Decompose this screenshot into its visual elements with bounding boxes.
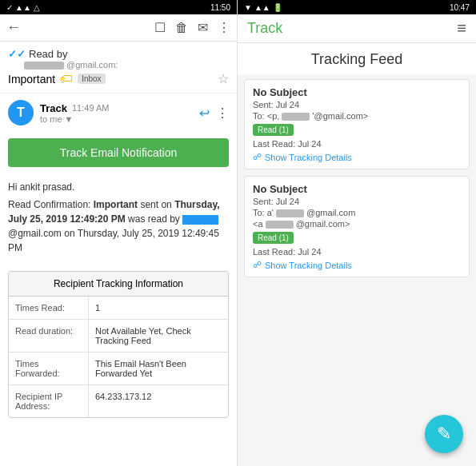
email-header: ✓✓ Read by @gmail.com: Important 🏷 Inbox… [0,42,237,94]
sender-name-row: Track 11:49 AM [40,102,193,114]
times-forwarded-value: This Email Hasn't Been Forwarded Yet [89,352,228,384]
times-read-label: Times Read: [9,297,89,319]
top-bar-right: Track ≡ [238,14,476,43]
left-status-icons: ✓ ▲▲ △ [6,3,40,12]
delete-icon[interactable]: 🗑 [175,21,188,35]
signal-bar-icon: △ [34,3,40,12]
card1-show-details[interactable]: ☍ Show Tracking Details [253,152,461,162]
subject-line: Important 🏷 Inbox ☆ [8,71,229,86]
tracking-row-duration: Read duration: Not Available Yet, Check … [9,320,228,352]
read-duration-label: Read duration: [9,320,89,352]
times-read-value: 1 [89,297,228,319]
read-duration-value: Not Available Yet, Check Tracking Feed [89,320,228,352]
left-time: 11:50 [210,3,230,12]
right-signal-icon: ▲▲ [254,3,270,12]
card1-to: To: <p, '@gmail.com> [253,111,461,121]
feed-card-1: No Subject Sent: Jul 24 To: <p, '@gmail.… [244,79,470,169]
ip-address-value: 64.233.173.12 [89,385,228,417]
subject-text: Important [8,73,55,86]
signal-icon: ▲▲ [15,3,31,12]
sender-info: Track 11:49 AM to me ▼ [40,102,193,124]
greeting-text: Hi ankit prasad. [8,180,229,194]
checkmarks-icon: ✓✓ [8,48,26,60]
tracking-row-forwarded: Times Forwarded: This Email Hasn't Been … [9,352,228,385]
status-bar-right: ▼ ▲▲ 🔋 10:47 [238,0,476,14]
sender-more-icon[interactable]: ⋮ [216,106,229,121]
inbox-badge: Inbox [78,74,105,84]
card1-read-badge: Read (1) [253,124,294,136]
tracking-table-header: Recipient Tracking Information [9,272,228,297]
card2-to-line2: <a @gmail.com> [253,219,461,229]
wifi-icon: ✓ [6,3,13,12]
details-icon-1: ☍ [253,152,262,162]
tracking-row-ip: Recipient IP Address: 64.233.173.12 [9,385,228,417]
read-by-line: ✓✓ Read by [8,48,229,60]
star-icon[interactable]: ☆ [218,71,229,86]
save-icon[interactable]: ☐ [154,20,166,35]
right-time: 10:47 [450,3,470,12]
reply-icon[interactable]: ↩ [199,106,210,121]
card1-redacted [282,113,310,121]
right-content-container: Tracking Feed No Subject Sent: Jul 24 To… [238,43,476,466]
track-email-notification-button[interactable]: Track Email Notification [8,138,229,167]
sender-row: T Track 11:49 AM to me ▼ ↩ ⋮ [0,94,237,132]
dropdown-icon[interactable]: ▼ [65,114,74,124]
sender-time: 11:49 AM [72,103,109,113]
back-icon[interactable]: ← [6,19,21,36]
right-status-icons: ▼ ▲▲ 🔋 [244,3,282,12]
confirmation-text: Read Confirmation: Important sent on Thu… [8,197,229,255]
feed-title: Tracking Feed [238,43,476,74]
status-bar-left: ✓ ▲▲ △ 11:50 [0,0,237,14]
read-confirmation-label: Read Confirmation: [8,199,90,210]
ip-address-label: Recipient IP Address: [9,385,89,417]
right-wifi-icon: ▼ [244,3,252,12]
top-bar-left: ← ☐ 🗑 ✉ ⋮ [0,14,237,42]
card1-last-read: Last Read: Jul 24 [253,139,461,149]
left-panel: ✓ ▲▲ △ 11:50 ← ☐ 🗑 ✉ ⋮ ✓✓ Read by @gmail… [0,0,238,466]
redacted-bar [182,215,218,225]
top-bar-actions: ☐ 🗑 ✉ ⋮ [154,20,230,35]
card2-read-badge: Read (1) [253,232,294,244]
card2-redacted-2 [266,221,294,229]
card2-sent: Sent: Jul 24 [253,197,461,206]
times-forwarded-label: Times Forwarded: [9,352,89,384]
card1-subject: No Subject [253,86,461,98]
email-body: Hi ankit prasad. Read Confirmation: Impo… [0,173,237,265]
read-by-text: Read by [29,48,67,60]
sender-to: to me ▼ [40,114,193,124]
track-title: Track [247,20,282,37]
card2-to-line1: To: a' @gmail.com [253,208,461,217]
fab-icon: ✎ [437,424,451,444]
right-panel: ▼ ▲▲ 🔋 10:47 Track ≡ Tracking Feed No Su… [238,0,476,466]
card2-last-read: Last Read: Jul 24 [253,247,461,257]
card1-to-prefix: To: <p, [253,111,279,121]
tracking-row-times-read: Times Read: 1 [9,297,228,320]
details-icon-2: ☍ [253,260,262,270]
redacted-email [24,62,64,70]
sender-actions: ↩ ⋮ [199,106,229,121]
gmail-text: @gmail.com [8,228,62,239]
card1-to-suffix: '@gmail.com> [312,111,368,121]
email-partial: @gmail.com: [8,60,229,70]
feed-card-2: No Subject Sent: Jul 24 To: a' @gmail.co… [244,176,470,277]
fab-button[interactable]: ✎ [425,415,463,453]
card1-sent: Sent: Jul 24 [253,100,461,110]
important-icon: 🏷 [60,72,73,86]
right-battery-icon: 🔋 [273,3,282,12]
more-icon[interactable]: ⋮ [218,20,230,35]
sender-name: Track [40,102,67,114]
important-word: Important [94,199,138,210]
card2-subject: No Subject [253,183,461,195]
feed-content: No Subject Sent: Jul 24 To: <p, '@gmail.… [238,74,476,466]
avatar: T [8,100,34,125]
tracking-table: Recipient Tracking Information Times Rea… [8,271,229,418]
menu-icon[interactable]: ≡ [457,19,466,38]
card2-show-details[interactable]: ☍ Show Tracking Details [253,260,461,270]
mail-icon[interactable]: ✉ [198,20,208,35]
card2-redacted-1 [276,209,304,217]
